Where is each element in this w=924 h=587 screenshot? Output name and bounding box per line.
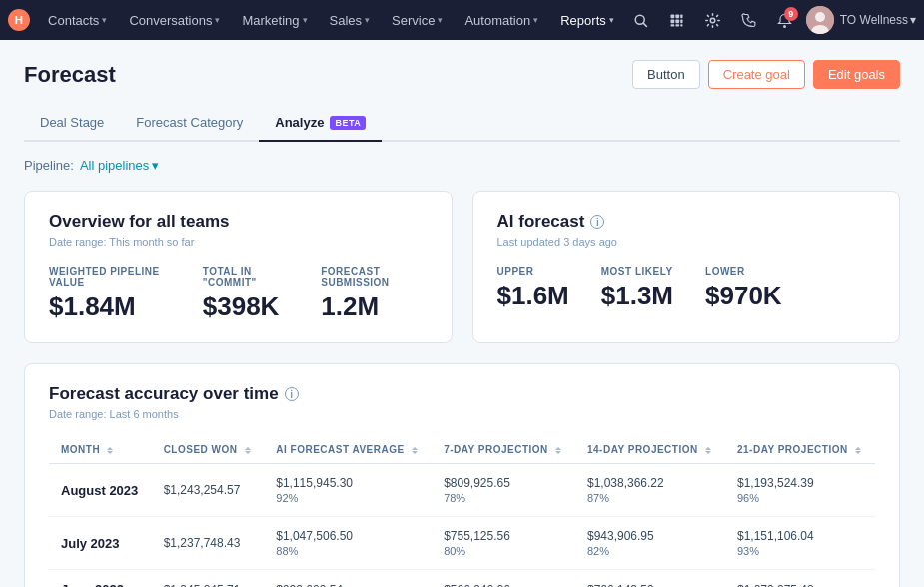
tab-deal-stage[interactable]: Deal Stage bbox=[24, 105, 120, 142]
svg-rect-12 bbox=[681, 24, 683, 26]
ai-forecast-info-icon[interactable]: i bbox=[590, 215, 604, 229]
chevron-down-icon: ▾ bbox=[152, 158, 159, 173]
svg-text:H: H bbox=[15, 14, 23, 26]
metric-upper: UPPER $1.6M bbox=[497, 266, 569, 311]
workspace-selector[interactable]: TO Wellness ▾ bbox=[840, 13, 916, 27]
col-14day[interactable]: 14-DAY PROJECTION bbox=[575, 436, 725, 464]
edit-goals-button[interactable]: Edit goals bbox=[813, 60, 900, 89]
table-row: June 2023 $1,345,845.71 $922,609.54 $566… bbox=[49, 570, 875, 588]
page-title: Forecast bbox=[24, 62, 116, 88]
cell-7day: $755,125.56 80% bbox=[432, 517, 575, 570]
svg-line-3 bbox=[643, 23, 646, 26]
svg-rect-10 bbox=[671, 24, 675, 26]
phone-icon[interactable] bbox=[734, 5, 764, 35]
svg-rect-11 bbox=[676, 24, 680, 26]
nav-automation[interactable]: Automation ▾ bbox=[455, 0, 548, 40]
chevron-down-icon: ▾ bbox=[303, 15, 308, 25]
notifications-icon[interactable]: 9 bbox=[770, 5, 800, 35]
metric-lower: LOWER $970K bbox=[705, 266, 782, 311]
apps-icon[interactable] bbox=[662, 5, 692, 35]
search-icon[interactable] bbox=[626, 5, 656, 35]
tab-forecast-category[interactable]: Forecast Category bbox=[120, 105, 259, 142]
chevron-down-icon: ▾ bbox=[533, 15, 538, 25]
metric-total-commit: TOTAL IN "COMMIT" $398K bbox=[203, 266, 289, 322]
cell-21day: $1,151,106.04 93% bbox=[725, 517, 875, 570]
svg-rect-8 bbox=[676, 19, 680, 23]
overview-card-subtitle: Date range: This month so far bbox=[49, 236, 428, 248]
sort-icon bbox=[705, 447, 711, 454]
chevron-down-icon: ▾ bbox=[102, 15, 107, 25]
settings-icon[interactable] bbox=[698, 5, 728, 35]
nav-service[interactable]: Service ▾ bbox=[382, 0, 453, 40]
accuracy-info-icon[interactable]: i bbox=[285, 387, 299, 401]
overview-metrics: WEIGHTED PIPELINE VALUE $1.84M TOTAL IN … bbox=[49, 266, 428, 322]
svg-point-14 bbox=[783, 25, 786, 28]
cell-ai-forecast: $922,609.54 bbox=[264, 570, 432, 588]
cell-14day: $766,143.59 bbox=[575, 570, 725, 588]
beta-badge: BETA bbox=[330, 116, 366, 130]
ai-forecast-card: AI forecast i Last updated 3 days ago UP… bbox=[472, 191, 901, 343]
accuracy-table-section: Forecast accuracy over time i Date range… bbox=[24, 363, 900, 587]
table-row: July 2023 $1,237,748.43 $1,047,506.50 88… bbox=[49, 517, 875, 570]
col-21day[interactable]: 21-DAY PROJECTION bbox=[725, 436, 875, 464]
avatar[interactable] bbox=[806, 6, 834, 34]
svg-point-16 bbox=[815, 12, 825, 22]
cell-14day: $1,038,366.22 87% bbox=[575, 464, 725, 517]
page-content: Forecast Button Create goal Edit goals D… bbox=[0, 40, 924, 587]
metric-most-likely: MOST LIKELY $1.3M bbox=[601, 266, 673, 311]
svg-rect-9 bbox=[681, 19, 683, 23]
col-ai-forecast[interactable]: AI FORECAST AVERAGE bbox=[264, 436, 432, 464]
metric-weighted-pipeline: WEIGHTED PIPELINE VALUE $1.84M bbox=[49, 266, 171, 322]
cell-ai-forecast: $1,047,506.50 88% bbox=[264, 517, 432, 570]
cell-closed-won: $1,345,845.71 bbox=[152, 570, 265, 588]
pipeline-selector[interactable]: All pipelines ▾ bbox=[80, 158, 159, 173]
hubspot-logo[interactable]: H bbox=[8, 6, 30, 34]
svg-rect-6 bbox=[681, 14, 683, 18]
accuracy-table-subtitle: Date range: Last 6 months bbox=[49, 408, 875, 420]
accuracy-data-table: MONTH CLOSED WON AI FORECAST AVERAGE 7-D… bbox=[49, 436, 875, 587]
cell-21day: $1,193,524.39 96% bbox=[725, 464, 875, 517]
cell-closed-won: $1,243,254.57 bbox=[152, 464, 265, 517]
tabs-container: Deal Stage Forecast Category Analyze BET… bbox=[24, 105, 900, 142]
ai-forecast-card-title: AI forecast i bbox=[497, 212, 876, 232]
col-month[interactable]: MONTH bbox=[49, 436, 152, 464]
nav-reports[interactable]: Reports ▾ bbox=[550, 0, 624, 40]
cell-month: June 2023 bbox=[49, 570, 152, 588]
col-7day[interactable]: 7-DAY PROJECTION bbox=[432, 436, 575, 464]
cell-closed-won: $1,237,748.43 bbox=[152, 517, 265, 570]
create-goal-button[interactable]: Create goal bbox=[708, 60, 805, 89]
header-actions: Button Create goal Edit goals bbox=[632, 60, 900, 89]
chevron-down-icon: ▾ bbox=[438, 15, 443, 25]
overview-card-title: Overview for all teams bbox=[49, 212, 428, 232]
accuracy-table-title: Forecast accuracy over time i bbox=[49, 384, 875, 404]
sort-icon bbox=[555, 447, 561, 454]
nav-sales[interactable]: Sales ▾ bbox=[320, 0, 381, 40]
sort-icon bbox=[245, 447, 251, 454]
ai-metrics: UPPER $1.6M MOST LIKELY $1.3M LOWER $970… bbox=[497, 266, 876, 311]
table-row: August 2023 $1,243,254.57 $1,115,945.30 … bbox=[49, 464, 875, 517]
cell-month: August 2023 bbox=[49, 464, 152, 517]
cell-14day: $943,906.95 82% bbox=[575, 517, 725, 570]
chevron-down-icon: ▾ bbox=[215, 15, 220, 25]
svg-rect-7 bbox=[671, 19, 675, 23]
button-button[interactable]: Button bbox=[632, 60, 700, 89]
sort-icon bbox=[107, 447, 113, 454]
chevron-down-icon: ▾ bbox=[365, 15, 370, 25]
pipeline-label: Pipeline: bbox=[24, 158, 74, 173]
sort-icon bbox=[855, 447, 861, 454]
svg-rect-4 bbox=[671, 14, 675, 18]
top-navigation: H Contacts ▾ Conversations ▾ Marketing ▾… bbox=[0, 0, 924, 40]
svg-point-13 bbox=[711, 18, 716, 23]
col-closed-won[interactable]: CLOSED WON bbox=[152, 436, 265, 464]
notification-badge: 9 bbox=[784, 7, 798, 21]
sort-icon bbox=[412, 447, 418, 454]
nav-contacts[interactable]: Contacts ▾ bbox=[38, 0, 117, 40]
tab-analyze[interactable]: Analyze BETA bbox=[259, 105, 382, 142]
cell-7day: $566,946.26 bbox=[432, 570, 575, 588]
pipeline-filter: Pipeline: All pipelines ▾ bbox=[24, 158, 900, 173]
nav-marketing[interactable]: Marketing ▾ bbox=[232, 0, 317, 40]
nav-conversations[interactable]: Conversations ▾ bbox=[119, 0, 230, 40]
cell-month: July 2023 bbox=[49, 517, 152, 570]
chevron-down-icon: ▾ bbox=[910, 13, 916, 27]
metric-forecast-submission: FORECAST SUBMISSION 1.2M bbox=[321, 266, 427, 322]
